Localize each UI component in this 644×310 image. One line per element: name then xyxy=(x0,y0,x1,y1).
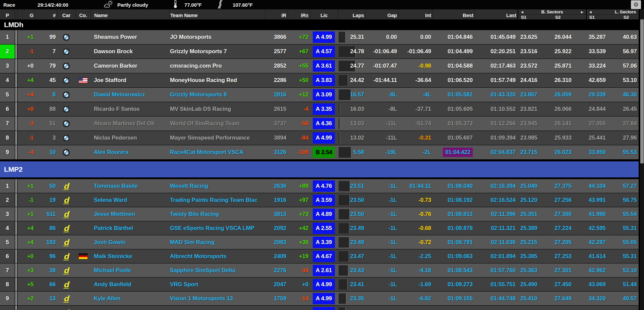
driver-row[interactable]: 2-17Dawson BrockGrizzly Motorsports 7257… xyxy=(0,45,639,59)
col-header-last[interactable]: Last xyxy=(475,9,518,20)
col-header-best[interactable]: Best xyxy=(432,9,475,20)
best-lap-cell: 01:04.846 xyxy=(432,30,475,44)
best-s1-cell: 23.945 xyxy=(518,117,552,131)
driver-row[interactable]: 6+096dMaik SteinickeAlbrecht Motorsports… xyxy=(0,249,639,263)
best-sectors-next-icon[interactable]: ▶ xyxy=(581,10,583,14)
position-cell: 9 xyxy=(0,145,15,159)
car-number-cell: 38 xyxy=(35,263,57,277)
scrollbar-thumb[interactable] xyxy=(640,19,644,163)
driver-row[interactable]: 6+088Ricardo F SantosMV SkinLab DS Racin… xyxy=(0,102,639,116)
lap-progress-bar xyxy=(339,293,346,304)
row-divider xyxy=(15,131,17,145)
lap-progress-bar xyxy=(339,118,340,129)
best-s2-cell: 26.059 xyxy=(552,88,586,102)
driver-row[interactable]: 1+150dTommaso BasileWesett Racing2636+89… xyxy=(0,179,639,193)
irating-delta-cell: +89 xyxy=(288,179,310,193)
best-s1-cell: 25.363 xyxy=(518,263,552,277)
gain-cell: +0 xyxy=(17,59,35,73)
col-header-number[interactable]: # xyxy=(35,9,57,20)
driver-name: Andy Banfield xyxy=(91,278,169,291)
last-lap-cell: 01:55.751 xyxy=(475,278,518,291)
col-header-laps[interactable]: Laps xyxy=(338,9,365,20)
col-header-interval[interactable]: Int xyxy=(398,9,432,20)
driver-row[interactable]: 7-351Alvaro Martinez Del OliWorld Of Sim… xyxy=(0,117,639,131)
bmw-logo-icon xyxy=(57,73,75,87)
position-cell: 1 xyxy=(0,30,15,44)
col-header-name[interactable]: Name xyxy=(91,9,169,20)
irating-delta-cell: -58 xyxy=(288,117,310,131)
lap-progress-bar xyxy=(339,307,346,310)
driver-row[interactable]: 5+4193dJosh GowinMAD Sim Racing2083+30A … xyxy=(0,235,639,249)
irating-cell: 1916 xyxy=(265,193,288,207)
gain-cell: -1 xyxy=(17,45,35,59)
driver-row[interactable]: 9-410Alex RoureraRace4Cat Motorsport VSC… xyxy=(0,145,639,159)
best-s2-cell: 27.253 xyxy=(552,249,586,263)
last-lap-cell: 02:16.524 xyxy=(475,193,518,207)
irating-cell: 2070 xyxy=(265,306,288,310)
row-divider xyxy=(15,235,17,249)
col-header-car[interactable]: Car xyxy=(57,9,75,20)
laps-cell: 23.49 xyxy=(338,235,365,249)
dallara-logo-icon: d xyxy=(57,179,75,193)
settings-gear-button[interactable]: ⚙ xyxy=(631,0,641,9)
driver-row[interactable]: 1+199Sheamus PowerJO Motorsports3866+72A… xyxy=(0,30,639,44)
irating-cell: 2852 xyxy=(265,59,288,73)
col-header-gap[interactable]: Gap xyxy=(365,9,398,20)
col-header-license[interactable]: Lic xyxy=(310,9,338,20)
col-header-irating-delta[interactable]: iR± xyxy=(288,9,310,20)
last-s1-cell: 34.701 xyxy=(586,306,620,310)
driver-row[interactable]: 5+48Dawid MelnarowiczGrizzly Motorsports… xyxy=(0,88,639,102)
driver-row[interactable]: 7+338dMichael PooleSapphire SimSport Del… xyxy=(0,263,639,277)
license-cell: A 4.67 xyxy=(310,249,338,263)
best-s1-cell: 25.049 xyxy=(518,179,552,193)
country-flag xyxy=(75,249,91,263)
license-cell: A 3.39 xyxy=(310,235,338,249)
driver-row[interactable]: 9+213dKyle AllenVision 1 Motorsports 131… xyxy=(0,292,639,305)
driver-row[interactable]: 8-13Niclas PedersenMayer Simspeed Perfor… xyxy=(0,131,639,145)
gain-cell: +4 xyxy=(17,88,35,102)
session-clock: 29:14/2:40:00 xyxy=(38,2,68,8)
car-number-cell: 13 xyxy=(35,292,57,305)
last-s2-cell: 57.27 xyxy=(620,179,639,193)
driver-row[interactable]: 4+445Joe StaffordMoneyHouse Racing Red22… xyxy=(0,73,639,87)
col-header-country[interactable]: Co. xyxy=(75,9,91,20)
interval-cell: -2.27 xyxy=(398,306,432,310)
weather-icon xyxy=(103,0,114,9)
driver-row[interactable]: 3+079Cameron Barkercmsracing.com Pro2852… xyxy=(0,59,639,73)
irating-cell: 3894 xyxy=(265,131,288,145)
row-divider xyxy=(15,263,17,277)
last-s2-cell: 27.84 xyxy=(620,117,639,131)
lap-progress-bar xyxy=(339,32,346,43)
laps-cell: 24.42 xyxy=(338,73,365,87)
last-sectors-label: L. Sectors xyxy=(615,9,636,14)
col-header-irating[interactable]: iR xyxy=(265,9,288,20)
best-s1-label: S1 xyxy=(521,15,526,20)
driver-row[interactable]: 2-119dSelena WardTrading Paints Racing T… xyxy=(0,193,639,207)
last-s1-cell: 42.659 xyxy=(586,73,620,87)
row-divider xyxy=(15,73,17,87)
gap-cell: -19L xyxy=(365,145,398,159)
col-header-gain[interactable]: G xyxy=(17,9,35,20)
irating-delta-cell: -34 xyxy=(288,263,310,277)
position-cell: 9 xyxy=(0,292,15,305)
interval-cell: -2L xyxy=(398,145,432,159)
interval-cell: -2.25 xyxy=(398,249,432,263)
last-s1-cell: 42.962 xyxy=(586,263,620,277)
driver-row[interactable]: 3+1511dJesse MiettinenTwisty Bits Racing… xyxy=(0,207,639,221)
driver-row[interactable]: 8+566dAndy BanfieldVRG Sport2047+0A 4.99… xyxy=(0,278,639,291)
best-sectors-prev-icon[interactable]: ◀ xyxy=(521,10,523,14)
best-lap-cell: 01:08.813 xyxy=(432,207,475,221)
last-s2-cell: 53.10 xyxy=(620,263,639,277)
driver-row[interactable]: 4+486dPatrick BärthelGSE eSports Racing … xyxy=(0,221,639,235)
team-name: cmsracing.com Pro xyxy=(169,59,265,73)
vertical-scrollbar[interactable] xyxy=(639,9,644,310)
bmw-logo-icon xyxy=(57,117,75,131)
last-sectors-prev-icon[interactable]: ◀ xyxy=(589,10,592,14)
col-header-position[interactable]: P xyxy=(0,9,15,20)
driver-row[interactable]: 10-7155dTiago Manuel DiasDigital Spirit … xyxy=(0,306,639,310)
best-s2-cell: 27.649 xyxy=(552,292,586,305)
last-s1-cell: 41.614 xyxy=(586,249,620,263)
lap-progress-bar xyxy=(339,133,340,143)
row-divider xyxy=(15,221,17,235)
col-header-team[interactable]: Team Name xyxy=(169,9,265,20)
